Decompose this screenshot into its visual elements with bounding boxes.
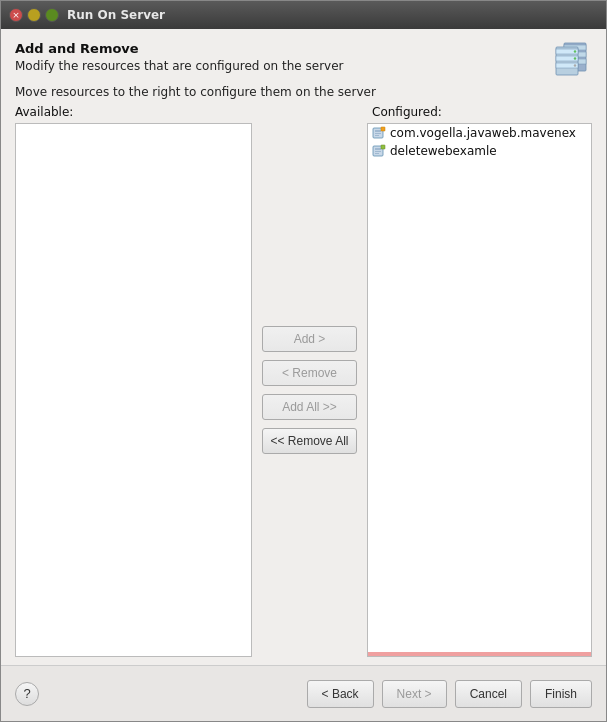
configured-list[interactable]: com.vogella.javaweb.mavenex deletewebexa… [367,123,592,657]
list-item[interactable]: deletewebexamle [368,142,591,160]
available-column-label: Available: [15,105,252,119]
window: × Run On Server Add and Remove Modify th… [0,0,607,722]
module-icon [372,144,386,158]
svg-rect-20 [381,145,385,149]
panels-row: Add > < Remove Add All >> << Remove All [15,123,592,657]
titlebar: × Run On Server [1,1,606,29]
columns-label-row: Available: Configured: [15,105,592,119]
maximize-button[interactable] [45,8,59,22]
svg-point-9 [574,57,576,59]
configured-item-2-label: deletewebexamle [390,144,497,158]
svg-rect-19 [375,153,379,154]
section-subtitle: Modify the resources that are configured… [15,59,344,73]
server-icon [550,37,592,79]
instruction-text: Move resources to the right to configure… [15,85,592,99]
add-button[interactable]: Add > [262,326,357,352]
svg-rect-18 [375,151,381,152]
svg-rect-13 [375,133,381,134]
remove-button[interactable]: < Remove [262,360,357,386]
module-icon [372,126,386,140]
configured-column-label: Configured: [372,105,442,119]
header-row: Add and Remove Modify the resources that… [15,41,592,85]
content-area: Add and Remove Modify the resources that… [1,29,606,665]
action-buttons-column: Add > < Remove Add All >> << Remove All [252,123,367,657]
finish-button[interactable]: Finish [530,680,592,708]
svg-rect-14 [375,135,379,136]
help-button[interactable]: ? [15,682,39,706]
svg-rect-15 [381,127,385,131]
remove-all-button[interactable]: << Remove All [262,428,357,454]
configured-item-1-label: com.vogella.javaweb.mavenex [390,126,576,140]
add-all-button[interactable]: Add All >> [262,394,357,420]
svg-rect-12 [375,130,381,132]
cancel-button[interactable]: Cancel [455,680,522,708]
window-title: Run On Server [67,8,165,22]
close-icon: × [12,10,20,20]
minimize-button[interactable] [27,8,41,22]
list-item[interactable]: com.vogella.javaweb.mavenex [368,124,591,142]
help-icon: ? [23,686,30,701]
titlebar-buttons: × [9,8,59,22]
next-button[interactable]: Next > [382,680,447,708]
available-list[interactable] [15,123,252,657]
back-button[interactable]: < Back [307,680,374,708]
bottom-bar: ? < Back Next > Cancel Finish [1,665,606,721]
svg-rect-17 [375,148,381,150]
svg-point-10 [574,64,576,66]
header-text-block: Add and Remove Modify the resources that… [15,41,344,85]
svg-point-8 [574,50,576,52]
section-title: Add and Remove [15,41,344,56]
close-button[interactable]: × [9,8,23,22]
